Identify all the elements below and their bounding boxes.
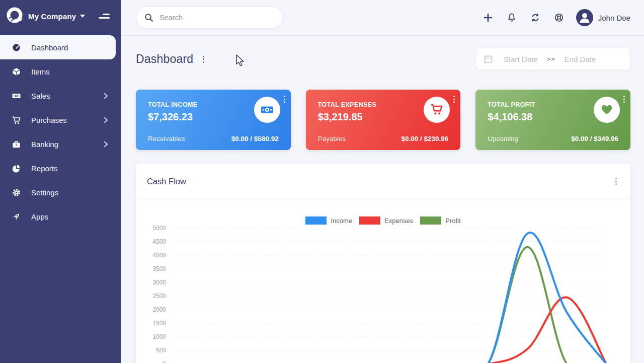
- legend-item-income[interactable]: Income: [305, 216, 352, 225]
- gauge-icon: [12, 43, 21, 52]
- sidebar-item-label: Reports: [31, 164, 58, 173]
- card-footer-label: Upcoming: [488, 135, 518, 142]
- summary-card-expenses: TOTAL EXPENSES $3,219.85 Payables $0.00 …: [306, 90, 461, 150]
- briefcase-icon: [12, 140, 21, 149]
- card-footer-value: $0.00 / $580.92: [231, 135, 279, 142]
- card-footer-value: $0.00 / $349.96: [571, 135, 618, 142]
- card-options-ellipsis-icon[interactable]: [622, 94, 626, 104]
- card-title: TOTAL EXPENSES: [318, 101, 377, 108]
- svg-text:0: 0: [163, 360, 166, 363]
- content: Dashboard Start Date >> End Date: [121, 52, 644, 363]
- topbar: John Doe: [121, 0, 644, 36]
- date-range-picker[interactable]: Start Date >> End Date: [475, 48, 630, 70]
- sidebar-item-label: Dashboard: [31, 43, 68, 52]
- main-area: John Doe Dashboard Start Date: [121, 0, 644, 363]
- card-footer-value: $0.00 / $230.96: [401, 135, 449, 142]
- sidebar-toggle-icon[interactable]: [99, 14, 110, 19]
- card-amount: $3,219.85: [318, 111, 363, 123]
- topbar-actions: John Doe: [469, 9, 630, 26]
- svg-text:1500: 1500: [152, 320, 166, 327]
- search-icon: [144, 13, 153, 22]
- help-icon[interactable]: [554, 13, 564, 23]
- app-logo-icon[interactable]: [6, 7, 23, 26]
- svg-text:4000: 4000: [152, 252, 166, 259]
- card-amount: $7,326.23: [148, 111, 193, 123]
- legend-label: Income: [331, 217, 352, 225]
- card-amount: $4,106.38: [488, 111, 532, 123]
- legend-label: Profit: [445, 217, 460, 225]
- card-title: TOTAL INCOME: [148, 101, 198, 108]
- sidebar-item-items[interactable]: Items: [0, 59, 121, 84]
- end-date-field[interactable]: End Date: [565, 55, 596, 63]
- sidebar: My Company Dashboard Items: [0, 0, 121, 363]
- refresh-icon[interactable]: [530, 13, 540, 23]
- sidebar-nav: Dashboard Items Sales: [0, 35, 121, 229]
- sidebar-item-label: Purchases: [31, 116, 67, 124]
- company-switcher[interactable]: My Company: [28, 12, 76, 21]
- sidebar-item-settings[interactable]: Settings: [0, 180, 121, 204]
- caret-down-icon[interactable]: [80, 15, 85, 18]
- legend-swatch: [359, 216, 380, 225]
- legend-swatch: [305, 216, 327, 225]
- bell-icon[interactable]: [507, 13, 517, 23]
- summary-card-profit: TOTAL PROFIT $4,106.38 Upcoming $0.00 / …: [475, 90, 630, 150]
- cashflow-chart: 0500100015002000250030003500400045005000: [136, 224, 631, 363]
- calendar-icon: [484, 54, 493, 63]
- card-options-ellipsis-icon[interactable]: [282, 94, 287, 104]
- sidebar-item-apps[interactable]: Apps: [0, 204, 121, 229]
- card-title: TOTAL PROFIT: [488, 101, 535, 108]
- summary-card-income: TOTAL INCOME $7,326.23 Receivable: [136, 90, 291, 150]
- sidebar-item-reports[interactable]: Reports: [0, 156, 121, 180]
- page-head: Dashboard Start Date >> End Date: [136, 52, 630, 76]
- start-date-field[interactable]: Start Date: [504, 55, 538, 63]
- date-range-separator: >>: [547, 55, 555, 63]
- svg-text:5000: 5000: [152, 225, 166, 232]
- svg-text:4500: 4500: [152, 238, 166, 245]
- panel-options-ellipsis-icon[interactable]: [614, 176, 618, 186]
- sidebar-item-sales[interactable]: Sales: [0, 84, 121, 108]
- panel-title: Cash Flow: [147, 177, 186, 186]
- legend-item-expenses[interactable]: Expenses: [359, 216, 413, 225]
- pie-chart-icon: [12, 164, 21, 173]
- app-window: My Company Dashboard Items: [0, 0, 644, 363]
- svg-text:3500: 3500: [152, 265, 166, 272]
- card-footer-label: Receivables: [148, 135, 185, 142]
- sidebar-item-banking[interactable]: Banking: [0, 132, 121, 156]
- page-title: Dashboard: [136, 52, 193, 66]
- cube-icon: [12, 67, 21, 76]
- cash-flow-panel: Cash Flow IncomeExpensesProfit 050010001…: [136, 164, 630, 363]
- search-input[interactable]: [159, 14, 260, 22]
- legend-label: Expenses: [384, 217, 413, 225]
- sidebar-item-label: Items: [31, 67, 50, 76]
- user-menu[interactable]: John Doe: [576, 9, 630, 26]
- chart-legend: IncomeExpensesProfit: [136, 216, 630, 225]
- sidebar-item-label: Apps: [31, 212, 48, 221]
- cart-icon: [424, 97, 450, 123]
- svg-text:2500: 2500: [152, 293, 166, 300]
- card-options-ellipsis-icon[interactable]: [452, 94, 456, 104]
- page-options-ellipsis-icon[interactable]: [201, 54, 206, 64]
- summary-cards-row: TOTAL INCOME $7,326.23 Receivable: [136, 90, 630, 150]
- brand-bar: My Company: [0, 0, 121, 32]
- svg-text:3000: 3000: [152, 279, 166, 286]
- heart-icon: [594, 97, 620, 123]
- chevron-right-icon: [104, 117, 108, 123]
- user-name: John Doe: [598, 14, 630, 22]
- card-footer-label: Payables: [318, 135, 346, 142]
- search-box[interactable]: [136, 7, 283, 29]
- plus-icon[interactable]: [483, 13, 493, 23]
- legend-item-profit[interactable]: Profit: [420, 216, 460, 225]
- sidebar-item-label: Sales: [31, 92, 50, 100]
- sidebar-item-dashboard[interactable]: Dashboard: [0, 35, 116, 59]
- sidebar-item-label: Settings: [31, 188, 58, 197]
- chevron-right-icon: [104, 93, 108, 99]
- gear-icon: [12, 188, 21, 197]
- money-bill-icon: [12, 92, 21, 100]
- sidebar-item-purchases[interactable]: Purchases: [0, 108, 121, 132]
- svg-text:500: 500: [156, 347, 166, 354]
- sidebar-item-label: Banking: [31, 140, 58, 149]
- money-bill-icon: [254, 97, 280, 123]
- legend-swatch: [420, 216, 441, 225]
- panel-header: Cash Flow: [136, 164, 630, 199]
- chevron-right-icon: [104, 141, 108, 147]
